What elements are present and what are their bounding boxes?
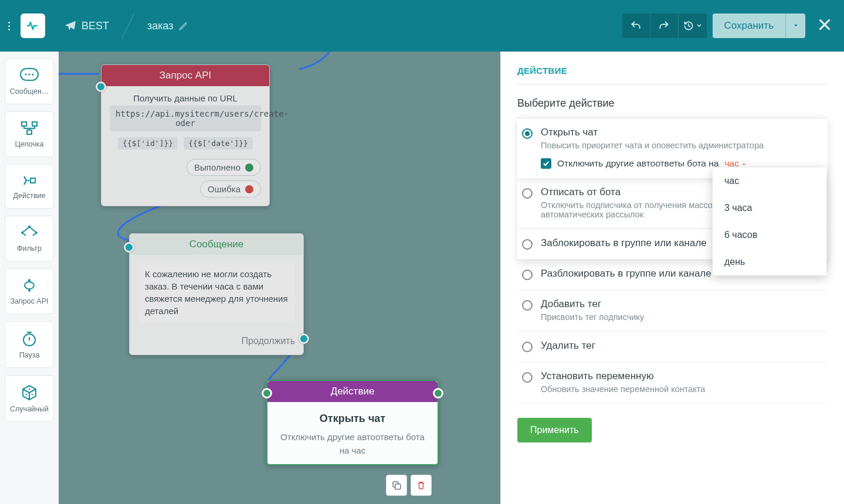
message-icon [19, 67, 39, 84]
properties-panel: ДЕЙСТВИЕ Выберите действие Открыть чат П… [500, 52, 844, 504]
sidebar-item-chain[interactable]: Цепочка [5, 111, 54, 157]
radio[interactable] [522, 270, 533, 280]
node-body: К сожалению не могли создать заказ. В те… [130, 255, 303, 330]
svg-point-2 [28, 73, 30, 75]
dice-icon [21, 384, 38, 401]
option-title: Добавить тег [541, 298, 644, 310]
api-success-pill[interactable]: Выполнено [187, 159, 261, 176]
save-button[interactable]: Сохранить [713, 13, 785, 38]
chevron-down-icon [696, 23, 702, 29]
caret-down-icon [793, 23, 799, 29]
header-right: Сохранить [622, 13, 838, 38]
node-header: Запрос API [101, 65, 269, 86]
node-body: Открыть чат Отключить другие автоответы … [267, 402, 438, 464]
option-set-variable[interactable]: Установить переменную Обновить значение … [517, 362, 828, 404]
sidebar-item-label: Запрос API [10, 297, 48, 305]
node-footer-actions [386, 475, 432, 496]
port-in[interactable] [124, 242, 134, 253]
svg-rect-16 [395, 484, 401, 489]
option-add-tag[interactable]: Добавить тег Присвоить тег подписчику [517, 290, 828, 332]
history-icon [683, 20, 694, 32]
redo-button[interactable] [650, 13, 679, 38]
sidebar-item-random[interactable]: Случайный [5, 375, 54, 422]
node-action[interactable]: Действие Открыть чат Отключить другие ав… [266, 380, 439, 465]
option-title: Заблокировать в группе или канале [541, 237, 707, 249]
pencil-icon[interactable] [178, 21, 189, 31]
checkbox-checked[interactable] [541, 158, 551, 169]
disable-label: Отключить другие автоответы бота на [557, 158, 718, 169]
radio-selected[interactable] [522, 128, 533, 139]
pause-icon [21, 330, 38, 348]
port-out[interactable] [433, 388, 443, 399]
undo-icon [630, 20, 642, 32]
sidebar-item-label: Случайный [10, 405, 49, 413]
dot-success-icon [245, 164, 253, 172]
save-button-group: Сохранить [713, 13, 805, 38]
sidebar-item-pause[interactable]: Пауза [5, 321, 54, 368]
action-icon [19, 173, 39, 188]
message-text: К сожалению не могли создать заказ. В те… [138, 262, 295, 323]
sidebar-item-label: Пауза [19, 351, 40, 359]
option-desc: Присвоить тег подписчику [541, 312, 644, 322]
dropdown-item-hour[interactable]: час [713, 168, 826, 195]
save-dropdown-button[interactable] [785, 13, 805, 38]
option-remove-tag[interactable]: Удалить тег [517, 332, 828, 362]
drag-handle-icon[interactable] [6, 22, 12, 30]
apply-button[interactable]: Применить [517, 418, 592, 442]
svg-point-8 [28, 226, 30, 228]
sidebar-item-message[interactable]: Сообщен… [5, 59, 54, 104]
breadcrumb-bot[interactable]: BEST [53, 0, 120, 52]
bot-name-label: BEST [82, 20, 109, 32]
sidebar-item-filter[interactable]: Фильтр [5, 216, 54, 261]
radio[interactable] [522, 239, 533, 250]
node-subtitle: Получить данные по URL [110, 93, 261, 103]
node-header: Действие [267, 381, 438, 402]
api-url-box: https://api.mysitecrm/users/create-oder [110, 105, 261, 131]
pill-label: Выполнено [194, 162, 240, 172]
svg-point-12 [26, 394, 28, 396]
sidebar-item-api[interactable]: Запрос API [5, 268, 54, 314]
option-title: Установить переменную [541, 370, 705, 382]
radio[interactable] [522, 372, 533, 383]
caret-up-icon [741, 161, 747, 166]
radio[interactable] [522, 342, 533, 352]
redo-icon [658, 20, 670, 32]
header-left: BEST заказ [6, 0, 199, 52]
dropdown-item-day[interactable]: день [713, 248, 826, 275]
port-in[interactable] [96, 81, 106, 92]
pill-label: Ошибка [208, 184, 240, 194]
close-icon [817, 17, 832, 32]
telegram-icon [64, 19, 77, 32]
dropdown-item-3hours[interactable]: 3 часа [713, 195, 826, 222]
sidebar-item-action[interactable]: Действие [5, 164, 54, 209]
flow-canvas[interactable]: Запрос API Получить данные по URL https:… [59, 52, 500, 504]
radio[interactable] [522, 188, 533, 199]
dropdown-item-6hours[interactable]: 6 часов [713, 222, 826, 248]
app-logo[interactable] [21, 13, 45, 38]
undo-redo-group [622, 13, 707, 38]
port-in[interactable] [262, 388, 272, 399]
port-out[interactable] [299, 333, 309, 344]
flow-name-label: заказ [147, 20, 174, 32]
app-header: BEST заказ Сохранить [0, 0, 844, 52]
api-error-pill[interactable]: Ошибка [200, 181, 261, 197]
breadcrumb-flow[interactable]: заказ [137, 0, 199, 52]
radio[interactable] [522, 300, 533, 311]
svg-point-14 [29, 389, 30, 390]
svg-rect-6 [27, 130, 32, 134]
node-message[interactable]: Сообщение К сожалению не могли создать з… [129, 233, 304, 355]
svg-point-9 [35, 231, 38, 234]
undo-button[interactable] [622, 13, 650, 38]
sidebar-item-label: Действие [13, 192, 46, 200]
chain-icon [19, 120, 39, 137]
option-desc: Повысить приоритет чата и оповестить адм… [541, 141, 764, 150]
duplicate-button[interactable] [386, 475, 407, 496]
close-button[interactable] [811, 17, 838, 35]
history-button[interactable] [679, 13, 707, 38]
delete-button[interactable] [411, 475, 432, 496]
continue-label: Продолжить [242, 336, 295, 346]
svg-point-3 [32, 73, 33, 75]
sidebar-item-label: Сообщен… [10, 87, 49, 96]
node-api[interactable]: Запрос API Получить данные по URL https:… [101, 64, 270, 206]
copy-icon [391, 480, 402, 491]
